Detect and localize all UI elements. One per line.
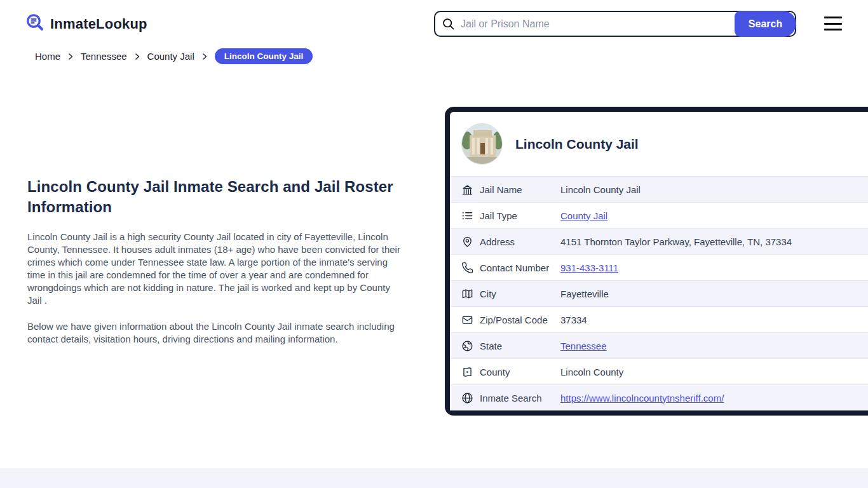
chevron-right-icon (67, 53, 74, 60)
row-label: Inmate Search (480, 393, 560, 403)
row-label: Jail Name (480, 184, 560, 195)
list-icon (461, 210, 473, 222)
search-button[interactable]: Search (735, 11, 796, 37)
breadcrumb-state[interactable]: Tennessee (81, 51, 127, 62)
card-header: Lincoln County Jail (450, 112, 868, 176)
map-icon (461, 288, 473, 300)
card-title: Lincoln County Jail (515, 137, 639, 152)
chevron-right-icon (133, 53, 141, 60)
chevron-right-icon (201, 53, 208, 60)
magnifier-doc-icon (25, 13, 45, 35)
site-logo[interactable]: InmateLookup (25, 13, 147, 35)
jail-details-table: Jail Name Lincoln County Jail Jail Type … (450, 176, 868, 410)
article-paragraph: Lincoln County Jail is a high security C… (27, 231, 403, 307)
row-label: Jail Type (480, 210, 560, 221)
jail-photo (461, 123, 503, 165)
row-label: Contact Number (480, 262, 560, 273)
breadcrumb-current-badge: Lincoln County Jail (215, 48, 313, 64)
breadcrumb: Home Tennessee County Jail Lincoln Count… (35, 48, 313, 64)
contact-number-link[interactable]: 931-433-3111 (560, 262, 618, 273)
earth-icon (461, 340, 473, 352)
article: Lincoln County Jail Inmate Search and Ja… (27, 177, 403, 346)
row-label: Zip/Postal Code (480, 315, 560, 325)
table-row: Jail Type County Jail (450, 202, 868, 228)
table-row: County Lincoln County (450, 358, 868, 384)
row-label: Address (480, 236, 560, 247)
row-value: 4151 Thornton Taylor Parkway, Fayettevil… (560, 236, 792, 247)
row-value: Lincoln County (560, 367, 623, 377)
footer-strip (0, 468, 868, 488)
row-label: City (480, 288, 560, 299)
state-link[interactable]: Tennessee (560, 341, 607, 351)
menu-icon[interactable] (824, 17, 842, 30)
table-row: City Fayetteville (450, 280, 868, 306)
jail-info-card: Lincoln County Jail Jail Name Lincoln Co… (445, 107, 868, 416)
mail-icon (461, 314, 473, 326)
map-pinned-icon (461, 366, 473, 378)
row-value: Fayetteville (560, 288, 609, 299)
page: InmateLookup Search Home Tennessee Count… (0, 0, 868, 488)
row-value: 37334 (560, 315, 587, 325)
site-name: InmateLookup (50, 16, 147, 32)
table-row: Inmate Search https://www.lincolncountyt… (450, 384, 868, 410)
table-row: Jail Name Lincoln County Jail (450, 176, 868, 202)
page-title: Lincoln County Jail Inmate Search and Ja… (27, 177, 403, 217)
breadcrumb-jail-type[interactable]: County Jail (147, 51, 194, 62)
inmate-search-link[interactable]: https://www.lincolncountytnsheriff.com/ (560, 393, 724, 403)
globe-icon (461, 392, 473, 404)
jail-type-link[interactable]: County Jail (560, 210, 607, 221)
search-bar: Search (434, 11, 796, 37)
table-row: Contact Number 931-433-3111 (450, 254, 868, 280)
row-label: County (480, 367, 560, 377)
row-value: Lincoln County Jail (560, 184, 641, 195)
article-paragraph: Below we have given information about th… (27, 320, 403, 346)
table-row: State Tennessee (450, 332, 868, 358)
breadcrumb-home[interactable]: Home (35, 51, 60, 62)
table-row: Address 4151 Thornton Taylor Parkway, Fa… (450, 228, 868, 254)
row-label: State (480, 341, 560, 351)
table-row: Zip/Postal Code 37334 (450, 306, 868, 332)
map-pin-icon (461, 236, 473, 248)
landmark-icon (461, 184, 473, 196)
phone-icon (461, 262, 473, 274)
